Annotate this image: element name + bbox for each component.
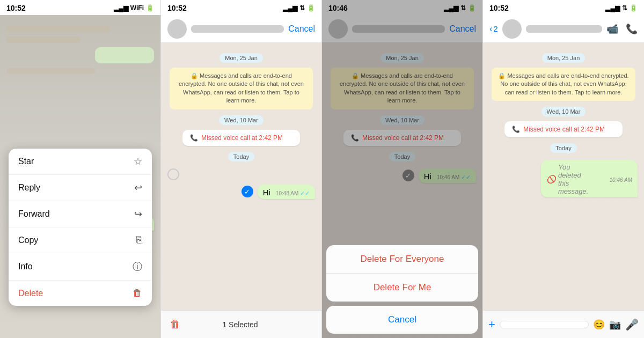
info-icon: ⓘ <box>133 260 142 273</box>
status-icons-4: ▂▄▆ ⇅ 🔋 <box>605 4 638 12</box>
date-label-today-2: Today <box>161 151 321 161</box>
date-label-mar-2: Wed, 10 Mar <box>161 115 321 124</box>
delete-for-everyone-btn[interactable]: Delete For Everyone <box>326 245 478 274</box>
encryption-2: 🔒 Messages and calls are end-to-end encr… <box>170 68 313 109</box>
add-btn-4[interactable]: + <box>488 318 495 332</box>
signal-icon-2: ▂▄▆ <box>283 4 297 12</box>
delete-icon: 🗑 <box>133 288 142 299</box>
cancel-action-btn[interactable]: Cancel <box>326 306 478 334</box>
star-label: Star <box>18 157 34 166</box>
status-icons-2: ▂▄▆ ⇅ 🔋 <box>283 4 315 12</box>
back-count: 2 <box>493 24 497 33</box>
chat-header-4: ‹ 2 📹 📞 <box>483 15 644 43</box>
back-btn-4[interactable]: ‹ 2 <box>489 24 498 34</box>
missed-call-4: 📞 Missed voice call at 2:42 PM <box>504 121 623 137</box>
contact-4 <box>526 25 602 33</box>
header-icons-4: 📹 📞 <box>606 23 638 35</box>
message-row-selected-2: ✓ Hi 10:48 AM ✓✓ <box>161 182 321 201</box>
battery-icon-4: 🔋 <box>630 4 638 12</box>
chat-content-4: Mon, 25 Jan 🔒 Messages and calls are end… <box>483 43 644 338</box>
forward-icon: ↪ <box>134 208 142 220</box>
date-label-mar-4: Wed, 10 Mar <box>483 106 644 116</box>
missed-call-text-4: Missed voice call at 2:42 PM <box>523 126 605 133</box>
camera-icon[interactable]: 📷 <box>609 319 621 330</box>
contact-2 <box>191 25 284 33</box>
missed-call-text-2: Missed voice call at 2:42 PM <box>201 134 283 142</box>
input-bar-4: + 😊 📷 🎤 <box>483 310 644 338</box>
status-icons-1: ▂▄▆ WiFi 🔋 <box>114 4 154 12</box>
battery-icon-2: 🔋 <box>307 4 315 12</box>
delete-for-me-btn[interactable]: Delete For Me <box>326 274 478 302</box>
panel1-bg-content: Hi 10:46 AM ✓✓ Star ☆ Reply ↩ Forward <box>0 15 160 338</box>
selected-count-2: 1 Selected <box>222 320 258 329</box>
trash-icon-2[interactable]: 🗑 <box>170 318 180 330</box>
wifi-icon-2: ⇅ <box>299 4 305 12</box>
action-sheet-group: Delete For Everyone Delete For Me <box>326 245 478 302</box>
deleted-time: 10:46 AM <box>610 177 632 183</box>
copy-label: Copy <box>18 236 38 245</box>
message-input-4[interactable] <box>500 321 589 328</box>
reply-label: Reply <box>18 183 40 193</box>
context-forward[interactable]: Forward ↪ <box>9 201 152 227</box>
bottom-bar-2: 🗑 1 Selected <box>161 310 321 338</box>
missed-call-2: 📞 Missed voice call at 2:42 PM <box>182 130 300 146</box>
status-bar-1: 10:52 ▂▄▆ WiFi 🔋 <box>0 0 160 15</box>
status-bar-4: 10:52 ▂▄▆ ⇅ 🔋 <box>483 0 644 15</box>
time-1: 10:52 <box>6 4 26 12</box>
date-label-jan-2: Mon, 25 Jan <box>161 53 321 62</box>
phone-icon-4: 📞 <box>512 126 520 133</box>
chevron-left-icon: ‹ <box>489 24 492 34</box>
phone-icon-2: 📞 <box>190 134 198 142</box>
context-info[interactable]: Info ⓘ <box>9 253 152 281</box>
panel-1: 10:52 ▂▄▆ WiFi 🔋 Hi 10:46 AM ✓✓ <box>0 0 161 338</box>
signal-icon-4: ▂▄▆ <box>605 4 620 12</box>
panel-3: 10:46 ▂▄▆ ⇅ 🔋 Cancel Mon, 25 Jan 🔒 Messa… <box>322 0 483 338</box>
voice-call-icon[interactable]: 📞 <box>626 23 638 35</box>
action-sheet-cancel: Cancel <box>326 306 478 334</box>
avatar-2 <box>167 19 187 39</box>
battery-icon: 🔋 <box>146 4 154 12</box>
hi-time-2: 10:48 AM ✓✓ <box>276 190 310 196</box>
date-label-today-4: Today <box>483 143 644 152</box>
deleted-bubble: 🚫 You deleted this message. 10:46 AM <box>541 160 638 197</box>
forward-label: Forward <box>18 209 50 219</box>
panel-4: 10:52 ▂▄▆ ⇅ 🔋 ‹ 2 📹 📞 Mon, 25 Jan 🔒 Mess… <box>483 0 644 338</box>
video-call-icon[interactable]: 📹 <box>606 23 618 35</box>
hi-bubble-2: Hi 10:48 AM ✓✓ <box>258 185 315 199</box>
chat-content-2: Mon, 25 Jan 🔒 Messages and calls are end… <box>161 43 321 338</box>
date-label-jan-4: Mon, 25 Jan <box>483 53 644 62</box>
star-icon: ☆ <box>134 156 142 167</box>
sticker-icon[interactable]: 😊 <box>593 319 605 330</box>
panel-2: 10:52 ▂▄▆ ⇅ 🔋 Cancel Mon, 25 Jan 🔒 Messa… <box>161 0 322 338</box>
time-4: 10:52 <box>489 4 509 12</box>
hi-text-2: Hi <box>263 188 270 197</box>
status-bar-2: 10:52 ▂▄▆ ⇅ 🔋 <box>161 0 321 15</box>
context-delete[interactable]: Delete 🗑 <box>9 281 152 306</box>
deleted-message-row: 🚫 You deleted this message. 10:46 AM <box>483 158 644 200</box>
blocked-icon: 🚫 <box>546 175 555 183</box>
avatar-4 <box>502 19 522 39</box>
context-reply[interactable]: Reply ↩ <box>9 175 152 201</box>
checkbox-unselected[interactable] <box>167 168 179 180</box>
signal-icon: ▂▄▆ <box>114 4 128 12</box>
time-2: 10:52 <box>167 4 187 12</box>
context-menu-wrapper: Star ☆ Reply ↩ Forward ↪ Copy ⎘ <box>0 15 160 338</box>
deleted-text: You deleted this message. <box>558 163 593 195</box>
action-sheet: Delete For Everyone Delete For Me Cancel <box>322 241 482 338</box>
checkbox-selected[interactable]: ✓ <box>241 186 253 197</box>
encryption-4: 🔒 Messages and calls are end-to-end encr… <box>492 68 635 101</box>
copy-icon: ⎘ <box>136 234 142 246</box>
context-copy[interactable]: Copy ⎘ <box>9 227 152 253</box>
wifi-icon-4: ⇅ <box>622 4 627 12</box>
chat-header-2: Cancel <box>161 15 321 43</box>
info-label: Info <box>18 262 33 271</box>
mic-icon[interactable]: 🎤 <box>625 318 639 331</box>
reply-icon: ↩ <box>134 182 142 194</box>
delete-label: Delete <box>18 289 43 298</box>
wifi-icon: WiFi <box>130 4 144 12</box>
context-star[interactable]: Star ☆ <box>9 149 152 175</box>
message-row-unselected-2 <box>161 166 321 182</box>
cancel-btn-2[interactable]: Cancel <box>288 24 315 34</box>
context-menu: Star ☆ Reply ↩ Forward ↪ Copy ⎘ <box>9 149 152 306</box>
